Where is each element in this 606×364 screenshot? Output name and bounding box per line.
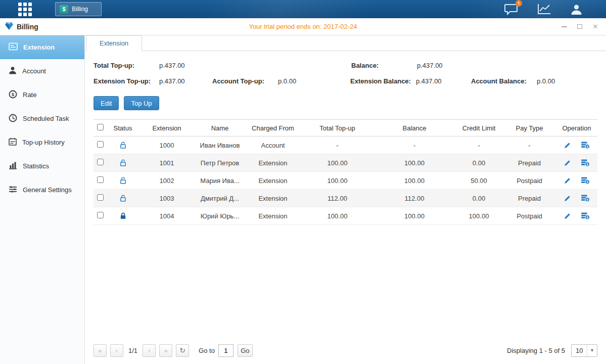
last-page-button[interactable]: » xyxy=(159,344,172,357)
row-checkbox[interactable] xyxy=(97,141,104,148)
sidebar-item-label: Statistics xyxy=(23,162,49,170)
sidebar-item-label: General Settings xyxy=(23,186,72,194)
go-button[interactable]: Go xyxy=(238,344,253,357)
row-checkbox[interactable] xyxy=(97,194,104,201)
sidebar-item-label: Account xyxy=(22,67,46,75)
extension-number: 1004 xyxy=(139,207,195,225)
goto-label: Go to xyxy=(199,347,215,354)
extension-number: 1003 xyxy=(139,190,195,207)
total-topup-value: 100.00 xyxy=(301,207,374,225)
edit-icon[interactable] xyxy=(564,177,571,185)
maximize-button[interactable] xyxy=(576,23,583,30)
svg-text:$: $ xyxy=(587,145,589,148)
charged-from: Extension xyxy=(245,207,301,225)
sidebar-item-extension[interactable]: Extension xyxy=(0,35,84,59)
credit-limit-value: 0.00 xyxy=(455,190,503,207)
column-header-balance: Balance xyxy=(374,120,455,136)
top-up-button[interactable]: Top Up xyxy=(124,96,159,110)
tab-strip: Extension xyxy=(85,35,606,51)
extension-table-body: 1000 Иван Иванов Account - - - - $ xyxy=(94,136,597,225)
table-row[interactable]: 1003 Дмитрий Д... Extension 112.00 112.0… xyxy=(94,190,597,207)
close-button[interactable]: ✕ xyxy=(592,23,599,30)
summary-balance: Balance: p.437.00 xyxy=(351,62,470,69)
sidebar-item-rate[interactable]: $ Rate xyxy=(0,83,84,107)
credit-limit-value: 50.00 xyxy=(455,172,503,190)
top-up-row-icon[interactable]: $ xyxy=(581,194,590,202)
minimize-button[interactable] xyxy=(561,23,568,30)
table-row[interactable]: 1002 Мария Ива... Extension 100.00 100.0… xyxy=(94,172,597,190)
sliders-icon xyxy=(9,186,17,195)
svg-text:$: $ xyxy=(587,198,589,201)
svg-text:$: $ xyxy=(587,180,589,184)
pay-type-value: Prepaid xyxy=(503,154,556,172)
page-indicator: 1/1 xyxy=(128,347,137,354)
svg-text:$: $ xyxy=(587,215,589,219)
credit-limit-value: 0.00 xyxy=(455,154,503,172)
column-header-credit-limit: Credit Limit xyxy=(455,120,503,136)
topbar: $ Billing ! xyxy=(0,0,606,18)
top-up-row-icon[interactable]: $ xyxy=(581,212,590,220)
balance-value: - xyxy=(374,136,455,154)
column-header-extension: Extension xyxy=(139,120,195,136)
page-size-select[interactable]: 10 ▼ xyxy=(571,344,597,357)
summary-account-topup: Account Top-up: p.0.00 xyxy=(212,77,331,85)
sidebar-item-general-settings[interactable]: General Settings xyxy=(0,178,84,202)
total-topup-value: 112.00 xyxy=(301,190,374,207)
next-page-button[interactable]: › xyxy=(143,344,156,357)
user-account-icon[interactable] xyxy=(570,4,583,15)
prev-page-button[interactable]: ‹ xyxy=(110,344,123,357)
row-checkbox[interactable] xyxy=(97,159,104,165)
top-up-row-icon[interactable]: $ xyxy=(581,159,590,167)
refresh-button[interactable]: ↻ xyxy=(176,344,189,357)
edit-icon[interactable] xyxy=(564,159,571,167)
table-row[interactable]: 1001 Петр Петров Extension 100.00 100.00… xyxy=(94,154,597,172)
column-header-status: Status xyxy=(107,120,139,136)
total-topup-value: - xyxy=(301,136,374,154)
notifications-icon[interactable]: ! xyxy=(504,4,518,15)
extension-table: Status Extension Name Charged From Total… xyxy=(94,119,597,225)
unlocked-status-icon xyxy=(119,159,127,167)
extension-number: 1002 xyxy=(139,172,195,190)
app-menu-icon[interactable] xyxy=(18,3,32,16)
edit-icon[interactable] xyxy=(564,212,571,220)
row-checkbox[interactable] xyxy=(97,212,104,218)
select-all-checkbox[interactable] xyxy=(97,124,104,130)
credit-limit-value: - xyxy=(455,136,503,154)
balance-value: 100.00 xyxy=(374,154,455,172)
sidebar-item-label: Scheduled Task xyxy=(23,115,69,122)
goto-page-input[interactable] xyxy=(218,344,234,357)
top-up-row-icon[interactable]: $ xyxy=(581,176,590,185)
top-up-row-icon[interactable]: $ xyxy=(581,141,590,149)
edit-icon[interactable] xyxy=(564,195,571,202)
total-topup-value: 100.00 xyxy=(301,172,374,190)
first-page-button[interactable]: « xyxy=(94,344,107,357)
sidebar-item-label: Top-up History xyxy=(22,139,65,146)
table-row[interactable]: 1004 Юрий Юрь... Extension 100.00 100.00… xyxy=(94,207,597,225)
extension-number: 1001 xyxy=(139,154,195,172)
balance-value: 112.00 xyxy=(374,190,455,207)
sidebar-item-statistics[interactable]: Statistics xyxy=(0,154,84,178)
topbar-tab-billing[interactable]: $ Billing xyxy=(55,2,102,16)
statistics-chart-icon[interactable] xyxy=(537,4,551,15)
unlocked-status-icon xyxy=(119,141,127,149)
sidebar-item-account[interactable]: Account xyxy=(0,59,84,83)
edit-icon[interactable] xyxy=(564,142,571,149)
locked-status-icon xyxy=(119,212,127,220)
column-header-operation: Operation xyxy=(556,120,597,136)
extension-content: Total Top-up: p.437.00 Balance: p.437.00… xyxy=(85,51,606,364)
titlebar: Billing Your trial period ends on: 2017-… xyxy=(0,18,606,35)
pay-type-value: Prepaid xyxy=(503,190,556,207)
topbar-tab-label: Billing xyxy=(72,6,88,13)
notification-badge: ! xyxy=(516,0,522,7)
total-topup-value: 100.00 xyxy=(301,154,374,172)
extension-name: Дмитрий Д... xyxy=(195,190,245,207)
clock-icon xyxy=(9,114,17,124)
table-row[interactable]: 1000 Иван Иванов Account - - - - $ xyxy=(94,136,597,154)
tab-extension[interactable]: Extension xyxy=(86,35,142,51)
row-checkbox[interactable] xyxy=(97,176,104,183)
unlocked-status-icon xyxy=(119,176,127,185)
sidebar-item-topup-history[interactable]: Top-up History xyxy=(0,130,84,154)
edit-button[interactable]: Edit xyxy=(94,96,119,110)
sidebar-item-scheduled-task[interactable]: Scheduled Task xyxy=(0,107,84,130)
pay-type-value: - xyxy=(503,136,556,154)
